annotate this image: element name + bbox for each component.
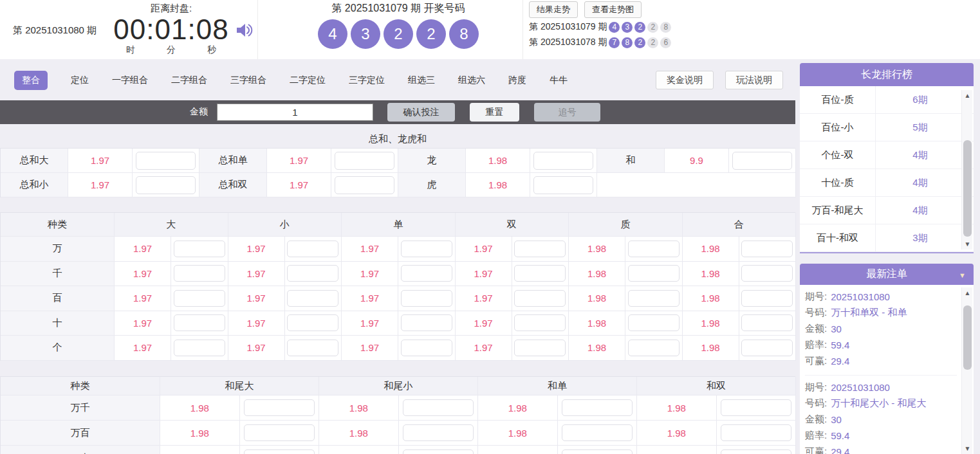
- tab-sanzi-dingwei[interactable]: 三字定位: [349, 75, 385, 86]
- bet-input[interactable]: [741, 340, 793, 356]
- bet-input[interactable]: [244, 449, 315, 454]
- bet-input[interactable]: [403, 449, 474, 454]
- bet-input[interactable]: [244, 424, 315, 441]
- amount-input[interactable]: [217, 104, 373, 121]
- bet-input[interactable]: [514, 265, 566, 282]
- bet-input[interactable]: [244, 399, 315, 416]
- scroll-up-icon[interactable]: ▲: [962, 90, 973, 101]
- bonus-info-button[interactable]: 奖金说明: [656, 71, 714, 89]
- bet-input[interactable]: [514, 340, 566, 356]
- scroll-up-icon[interactable]: ▲: [962, 287, 973, 298]
- bet-input[interactable]: [628, 241, 680, 257]
- bet-input[interactable]: [721, 424, 791, 441]
- draw-ball: 8: [449, 19, 479, 49]
- reset-button[interactable]: 重置: [470, 103, 519, 122]
- bet-input-cell: [558, 446, 638, 454]
- bet-input[interactable]: [533, 176, 593, 194]
- row-label: 万十: [1, 446, 160, 454]
- bet-input[interactable]: [287, 265, 338, 282]
- bet-input[interactable]: [741, 241, 793, 257]
- bet-input[interactable]: [741, 265, 793, 282]
- bet-input[interactable]: [401, 314, 452, 331]
- result-trend-button[interactable]: 结果走势: [529, 1, 578, 18]
- history-ball: 8: [622, 37, 633, 48]
- scrollbar[interactable]: ▲ ▼: [961, 90, 972, 250]
- bet-input-cell: [240, 421, 320, 446]
- issue-value: 20251031080: [831, 382, 890, 393]
- odds-value: 1.97: [115, 311, 171, 336]
- bet-input[interactable]: [514, 290, 566, 307]
- scrollbar-thumb[interactable]: [963, 305, 972, 370]
- tab-erzi-dingwei[interactable]: 二字定位: [290, 75, 326, 86]
- tab-dingwei[interactable]: 定位: [71, 75, 89, 86]
- odds-value: 1.97: [68, 149, 133, 173]
- tab-kuadu[interactable]: 跨度: [508, 75, 526, 86]
- confirm-bet-button[interactable]: 确认投注: [387, 103, 455, 122]
- bet-input[interactable]: [741, 314, 793, 331]
- bet-input[interactable]: [401, 290, 452, 307]
- dragon-rank-title: 长龙排行榜: [800, 63, 974, 86]
- bet-input[interactable]: [562, 424, 633, 441]
- column-header: 合: [683, 213, 797, 237]
- bet-input[interactable]: [514, 314, 566, 331]
- chase-number-button[interactable]: 追号: [534, 103, 600, 122]
- bet-input[interactable]: [174, 314, 225, 331]
- bet-input-cell: [285, 237, 342, 262]
- bet-input[interactable]: [741, 290, 793, 307]
- odds-value: 1.98: [569, 237, 625, 262]
- bet-input[interactable]: [628, 340, 680, 356]
- bet-input[interactable]: [721, 399, 791, 416]
- collapse-caret-icon[interactable]: ▼: [959, 271, 966, 279]
- tab-niuniu[interactable]: 牛牛: [550, 75, 568, 86]
- bet-input[interactable]: [335, 176, 394, 194]
- bet-input[interactable]: [287, 241, 338, 257]
- tab-yizi-zuhe[interactable]: 一字组合: [112, 75, 148, 86]
- bet-input[interactable]: [628, 265, 680, 282]
- bet-input[interactable]: [628, 314, 680, 331]
- tab-erzi-zuhe[interactable]: 二字组合: [171, 75, 207, 86]
- bet-input[interactable]: [174, 241, 225, 257]
- list-item: 百位-质 6期: [800, 86, 974, 114]
- scrollbar[interactable]: ▲ ▼: [961, 287, 972, 454]
- bet-input[interactable]: [533, 152, 593, 170]
- odds-value: 1.97: [115, 262, 171, 287]
- bet-input[interactable]: [403, 424, 474, 441]
- column-header: 和双: [637, 377, 796, 395]
- bet-input[interactable]: [401, 265, 452, 282]
- bet-input[interactable]: [514, 241, 566, 257]
- odds-value: 1.98: [637, 421, 717, 446]
- bet-input[interactable]: [628, 290, 680, 307]
- tab-zuxuan6[interactable]: 组选六: [458, 75, 485, 86]
- bet-input[interactable]: [174, 265, 225, 282]
- bet-input[interactable]: [287, 314, 338, 331]
- tab-sanzi-zuhe[interactable]: 三字组合: [230, 75, 266, 86]
- bet-input[interactable]: [721, 449, 791, 454]
- bet-input[interactable]: [136, 152, 196, 170]
- bet-input[interactable]: [174, 340, 225, 356]
- rules-info-button[interactable]: 玩法说明: [725, 71, 783, 89]
- speaker-icon[interactable]: [234, 21, 254, 40]
- tab-zuxuan3[interactable]: 组选三: [408, 75, 435, 86]
- history-row: 第 20251031078 期 7 8 2 2 6: [529, 36, 671, 49]
- bet-input[interactable]: [401, 340, 452, 356]
- play-mode-tabs: 整合 定位 一字组合 二字组合 三字组合 二字定位 三字定位 组选三 组选六 跨…: [14, 71, 568, 89]
- bet-input[interactable]: [403, 399, 474, 416]
- bet-input[interactable]: [174, 290, 225, 307]
- tab-zhenghe[interactable]: 整合: [14, 71, 48, 90]
- bet-input[interactable]: [335, 152, 394, 170]
- bet-input[interactable]: [562, 449, 633, 454]
- bet-input[interactable]: [732, 152, 792, 170]
- bet-input[interactable]: [401, 241, 452, 257]
- bet-input[interactable]: [562, 399, 633, 416]
- list-item: 百十-和双 3期: [800, 224, 974, 252]
- scroll-down-icon[interactable]: ▼: [962, 239, 973, 250]
- scrollbar-thumb[interactable]: [963, 140, 972, 237]
- scroll-down-icon[interactable]: ▼: [962, 443, 973, 454]
- bet-input[interactable]: [287, 340, 338, 356]
- view-trend-chart-button[interactable]: 查看走势图: [584, 1, 642, 18]
- bet-input-cell: [399, 395, 479, 421]
- amount-value: 30: [831, 323, 842, 334]
- bet-input[interactable]: [136, 176, 196, 194]
- odds-value: 1.98: [637, 446, 717, 454]
- bet-input[interactable]: [287, 290, 338, 307]
